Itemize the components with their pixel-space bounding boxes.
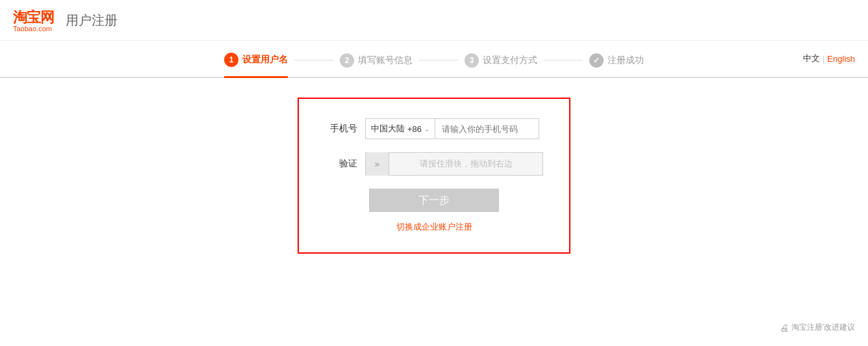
- step-sep-1: [294, 60, 333, 60]
- step-1: 1 设置用户名: [224, 53, 288, 78]
- form-box: 手机号 中国大陆 +86 ⌄ 验证 » 请按住滑块，拖动到右边 下一步: [298, 98, 570, 254]
- lang-en[interactable]: English: [827, 54, 855, 64]
- captcha-arrow-button[interactable]: »: [366, 152, 389, 176]
- lang-switcher: 中文 | English: [803, 53, 855, 64]
- switch-link-row: 切换成企业账户注册: [325, 221, 543, 233]
- country-select[interactable]: 中国大陆 +86 ⌄: [365, 118, 435, 139]
- lang-zh[interactable]: 中文: [803, 53, 820, 64]
- step-2-label: 填写账号信息: [358, 55, 413, 66]
- captcha-hint-text: 请按住滑块，拖动到右边: [389, 158, 542, 170]
- step-2: 2 填写账号信息: [340, 53, 413, 77]
- step-sep-2: [419, 60, 458, 60]
- phone-number-input[interactable]: [435, 118, 539, 139]
- step-1-circle: 1: [224, 53, 238, 67]
- double-arrow-icon: »: [375, 159, 380, 169]
- next-button[interactable]: 下一步: [369, 189, 499, 212]
- logo-area: 淘宝网 Taobao.com: [13, 8, 54, 33]
- page-title: 用户注册: [66, 12, 118, 29]
- step-4-label: 注册成功: [607, 55, 644, 66]
- step-3-circle: 3: [465, 53, 479, 68]
- captcha-slider[interactable]: » 请按住滑块，拖动到右边: [365, 152, 543, 176]
- next-btn-row: 下一步: [325, 189, 543, 212]
- step-2-circle: 2: [340, 53, 354, 68]
- country-name: 中国大陆: [371, 123, 405, 135]
- main-content: 手机号 中国大陆 +86 ⌄ 验证 » 请按住滑块，拖动到右边 下一步: [0, 78, 868, 273]
- phone-row: 手机号 中国大陆 +86 ⌄: [325, 118, 543, 139]
- captcha-row: 验证 » 请按住滑块，拖动到右边: [325, 152, 543, 176]
- header: 淘宝网 Taobao.com 用户注册: [0, 0, 868, 41]
- step-3: 3 设置支付方式: [465, 53, 537, 77]
- step-3-label: 设置支付方式: [483, 55, 537, 66]
- lang-sep: |: [823, 54, 824, 64]
- steps-bar: 1 设置用户名 2 填写账号信息 3 设置支付方式 ✓ 注册成功: [0, 41, 868, 78]
- switch-account-link[interactable]: 切换成企业账户注册: [396, 222, 472, 232]
- steps-container: 1 设置用户名 2 填写账号信息 3 设置支付方式 ✓ 注册成功: [174, 53, 694, 77]
- chevron-down-icon: ⌄: [424, 126, 429, 133]
- logo-sub: Taobao.com: [13, 25, 54, 33]
- step-1-label: 设置用户名: [242, 54, 288, 66]
- phone-input-group: 中国大陆 +86 ⌄: [365, 118, 539, 139]
- step-4-circle: ✓: [589, 53, 604, 68]
- phone-label: 手机号: [325, 123, 357, 135]
- captcha-label: 验证: [325, 158, 357, 170]
- step-sep-3: [544, 60, 583, 60]
- country-code: +86: [407, 124, 422, 134]
- step-4: ✓ 注册成功: [589, 53, 644, 77]
